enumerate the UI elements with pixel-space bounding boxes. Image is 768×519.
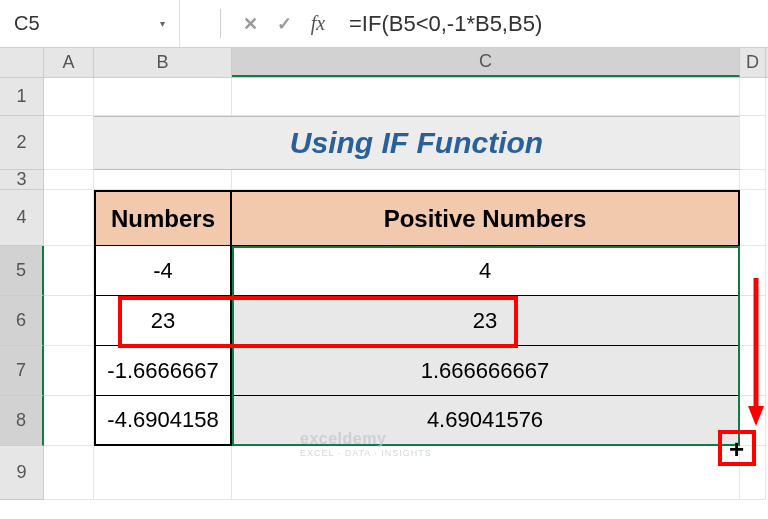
cell[interactable] [44, 346, 94, 396]
cell[interactable] [740, 296, 766, 346]
cell[interactable] [740, 396, 766, 446]
cancel-icon[interactable]: ✕ [233, 7, 267, 41]
cell[interactable] [44, 246, 94, 296]
cell-c8[interactable]: 4.69041576 [232, 396, 740, 446]
cell[interactable] [740, 116, 766, 170]
cell[interactable] [94, 170, 232, 190]
worksheet-grid[interactable]: 1 2 Using IF Function 3 4 Numbers Positi… [0, 78, 768, 500]
fx-icon[interactable]: fx [301, 7, 335, 41]
cell[interactable] [740, 346, 766, 396]
row-header-9[interactable]: 9 [0, 446, 44, 500]
row-header-4[interactable]: 4 [0, 190, 44, 246]
cell[interactable] [232, 78, 740, 116]
col-header-d[interactable]: D [740, 48, 766, 77]
row-header-5[interactable]: 5 [0, 246, 44, 296]
name-box[interactable]: C5 ▾ [0, 0, 180, 47]
formula-input[interactable]: =IF(B5<0,-1*B5,B5) [349, 11, 768, 37]
cell[interactable] [740, 446, 766, 500]
cell[interactable] [44, 170, 94, 190]
row-header-8[interactable]: 8 [0, 396, 44, 446]
row-header-7[interactable]: 7 [0, 346, 44, 396]
cell[interactable] [94, 446, 232, 500]
cell[interactable] [740, 190, 766, 246]
cell[interactable] [740, 170, 766, 190]
col-header-a[interactable]: A [44, 48, 94, 77]
column-headers: A B C D [0, 48, 768, 78]
col-header-b[interactable]: B [94, 48, 232, 77]
cell[interactable] [44, 116, 94, 170]
table-header-positive[interactable]: Positive Numbers [232, 190, 740, 246]
row-header-3[interactable]: 3 [0, 170, 44, 190]
cell[interactable] [740, 78, 766, 116]
row-header-1[interactable]: 1 [0, 78, 44, 116]
cell-b5[interactable]: -4 [94, 246, 232, 296]
select-all-corner[interactable] [0, 48, 44, 77]
table-header-numbers[interactable]: Numbers [94, 190, 232, 246]
cell-b8[interactable]: -4.6904158 [94, 396, 232, 446]
cell-reference: C5 [14, 12, 40, 35]
cell[interactable] [740, 246, 766, 296]
cell[interactable] [44, 296, 94, 346]
check-icon[interactable]: ✓ [267, 7, 301, 41]
cell[interactable] [44, 446, 94, 500]
cell-b7[interactable]: -1.6666667 [94, 346, 232, 396]
row-header-6[interactable]: 6 [0, 296, 44, 346]
cell-c5[interactable]: 4 [232, 246, 740, 296]
cell-c7[interactable]: 1.666666667 [232, 346, 740, 396]
cell[interactable] [94, 78, 232, 116]
chevron-down-icon[interactable]: ▾ [160, 18, 165, 29]
cell[interactable] [232, 170, 740, 190]
formula-bar: C5 ▾ ✕ ✓ fx =IF(B5<0,-1*B5,B5) [0, 0, 768, 48]
title-cell[interactable]: Using IF Function [94, 116, 740, 170]
col-header-c[interactable]: C [232, 48, 740, 77]
cell[interactable] [44, 78, 94, 116]
divider [220, 9, 221, 37]
cell[interactable] [44, 396, 94, 446]
cell[interactable] [44, 190, 94, 246]
cell-c6[interactable]: 23 [232, 296, 740, 346]
cell-b6[interactable]: 23 [94, 296, 232, 346]
cell[interactable] [232, 446, 740, 500]
row-header-2[interactable]: 2 [0, 116, 44, 170]
